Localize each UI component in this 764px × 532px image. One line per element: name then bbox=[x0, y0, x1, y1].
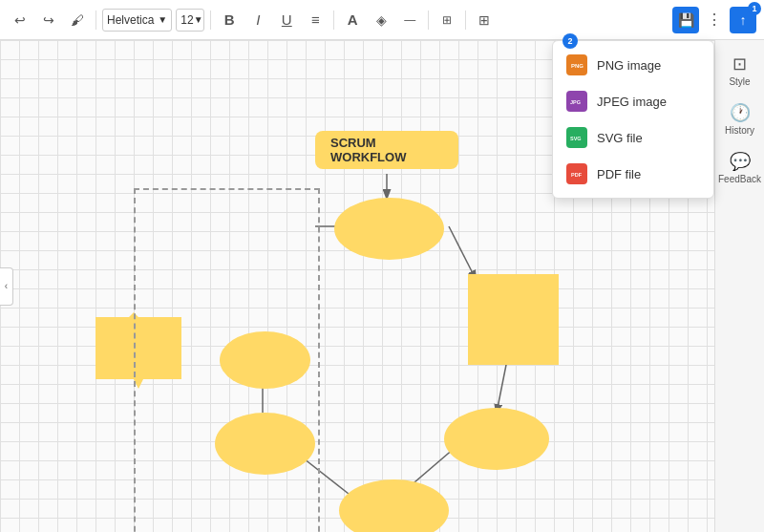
export-btn-wrapper: ↑ 1 bbox=[730, 7, 756, 33]
png-icon: PNG bbox=[566, 54, 587, 75]
collapse-button[interactable]: ‹ bbox=[0, 267, 13, 306]
badge-1: 1 bbox=[748, 2, 761, 15]
ellipse-bottom[interactable] bbox=[339, 479, 449, 532]
feedback-panel-button[interactable]: 💬 FeedBack bbox=[719, 145, 761, 190]
save-button[interactable]: 💾 bbox=[672, 7, 699, 33]
bold-button[interactable]: B bbox=[217, 8, 242, 32]
align-button[interactable]: ≡ bbox=[303, 8, 328, 32]
export-svg-item[interactable]: SVG SVG file bbox=[553, 119, 713, 156]
ellipse-right-lower[interactable] bbox=[444, 408, 549, 470]
separator-1 bbox=[96, 11, 96, 30]
selection-box bbox=[134, 188, 320, 532]
dropdown-badge-2: 2 bbox=[562, 33, 578, 49]
italic-button[interactable]: I bbox=[245, 8, 270, 32]
toolbar-right: 💾 ⋮ ↑ 1 bbox=[672, 7, 756, 33]
save-btn-wrapper: 💾 bbox=[672, 7, 699, 33]
separator-3 bbox=[333, 11, 334, 30]
format-painter-button[interactable]: 🖌 bbox=[65, 8, 90, 32]
history-panel-button[interactable]: 🕐 History bbox=[719, 96, 761, 141]
feedback-icon: 💬 bbox=[730, 151, 751, 172]
style-panel-button[interactable]: ⊡ Style bbox=[719, 48, 761, 93]
separator-4 bbox=[428, 11, 429, 30]
separator-5 bbox=[465, 11, 466, 30]
export-dropdown: 2 PNG PNG image JPG JPEG image SVG SVG f… bbox=[552, 40, 714, 199]
ellipse-top[interactable] bbox=[334, 198, 444, 260]
font-size-selector[interactable]: 12 ▼ bbox=[176, 9, 204, 32]
jpeg-icon: JPG bbox=[566, 91, 587, 112]
toolbar: ↩ ↪ 🖌 Helvetica ▼ 12 ▼ B I U ≡ A ◈ — ⊞ ⊞… bbox=[0, 0, 764, 40]
fill-color-button[interactable]: ◈ bbox=[369, 8, 393, 32]
share-button[interactable]: ⋮ bbox=[701, 7, 728, 33]
svg-line-2 bbox=[449, 226, 476, 279]
text-color-button[interactable]: A bbox=[340, 8, 365, 32]
svg-text:SVG: SVG bbox=[570, 136, 582, 141]
separator-2 bbox=[210, 11, 211, 30]
pdf-icon: PDF bbox=[566, 163, 587, 184]
right-panel: ⊡ Style 🕐 History 💬 FeedBack bbox=[714, 40, 764, 532]
svg-icon: SVG bbox=[566, 127, 587, 148]
font-selector[interactable]: Helvetica ▼ bbox=[102, 9, 172, 32]
history-icon: 🕐 bbox=[730, 102, 751, 123]
line-style-button[interactable]: — bbox=[397, 8, 422, 32]
connector-button[interactable]: ⊞ bbox=[435, 8, 459, 32]
svg-text:JPG: JPG bbox=[570, 99, 581, 105]
rect-right[interactable] bbox=[468, 274, 559, 365]
table-button[interactable]: ⊞ bbox=[472, 8, 497, 32]
title-shape[interactable]: SCRUM WORKFLOW bbox=[315, 131, 458, 169]
style-icon: ⊡ bbox=[732, 53, 747, 74]
export-png-item[interactable]: PNG PNG image bbox=[553, 47, 713, 83]
export-jpeg-item[interactable]: JPG JPEG image bbox=[553, 83, 713, 119]
svg-text:PDF: PDF bbox=[571, 172, 583, 178]
svg-text:PNG: PNG bbox=[571, 63, 584, 69]
underline-button[interactable]: U bbox=[274, 8, 299, 32]
undo-button[interactable]: ↩ bbox=[8, 8, 32, 32]
redo-button[interactable]: ↪ bbox=[36, 8, 61, 32]
export-pdf-item[interactable]: PDF PDF file bbox=[553, 156, 713, 192]
